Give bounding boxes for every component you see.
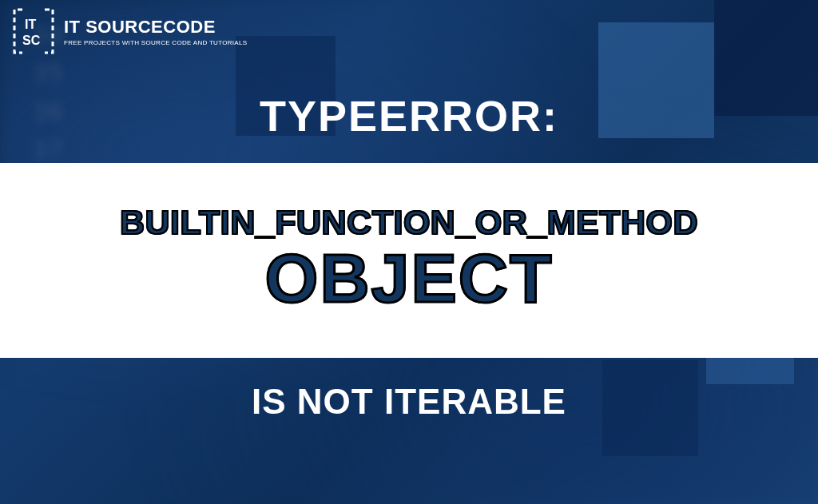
logo: IT SC IT SOURCECODE FREE PROJECTS WITH S…	[11, 6, 247, 56]
logo-title: IT SOURCECODE	[64, 17, 247, 38]
header-text: TYPEERROR:	[0, 91, 818, 141]
main-band: BUILTIN_FUNCTION_OR_METHOD OBJECT	[0, 163, 818, 358]
footer-text: IS NOT ITERABLE	[0, 382, 818, 422]
logo-icon: IT SC	[11, 6, 56, 56]
band-line-2: OBJECT	[265, 239, 554, 318]
svg-text:IT: IT	[25, 18, 36, 31]
logo-subtitle: FREE PROJECTS WITH SOURCE CODE AND TUTOR…	[64, 39, 247, 46]
svg-text:SC: SC	[22, 34, 41, 47]
band-line-1: BUILTIN_FUNCTION_OR_METHOD	[120, 203, 698, 242]
